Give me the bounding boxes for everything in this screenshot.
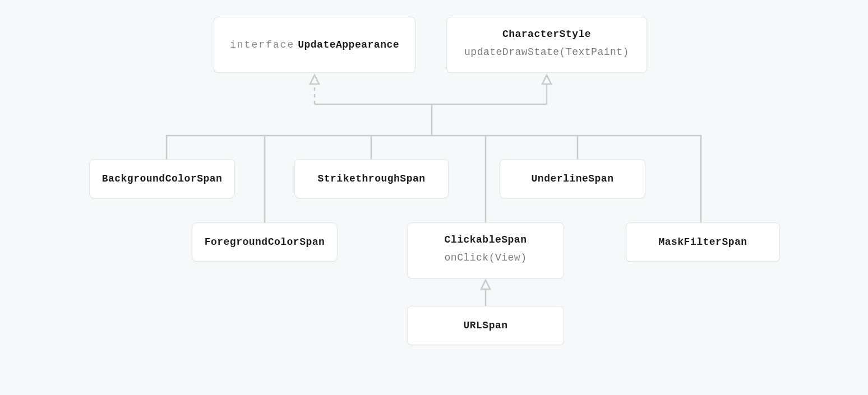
class-name: ClickableSpan bbox=[424, 234, 547, 245]
class-name: UnderlineSpan bbox=[532, 173, 614, 184]
node-background-color-span: BackgroundColorSpan bbox=[89, 159, 235, 198]
class-name: UpdateAppearance bbox=[298, 39, 399, 50]
node-update-appearance: interfaceUpdateAppearance bbox=[214, 17, 415, 73]
class-name: BackgroundColorSpan bbox=[102, 173, 223, 184]
node-underline-span: UnderlineSpan bbox=[500, 159, 645, 198]
node-clickable-span: ClickableSpan onClick(View) bbox=[407, 222, 564, 278]
node-strikethrough-span: StrikethroughSpan bbox=[294, 159, 449, 198]
class-name: MaskFilterSpan bbox=[658, 236, 747, 248]
class-name: CharacterStyle bbox=[464, 29, 630, 40]
node-character-style: CharacterStyle updateDrawState(TextPaint… bbox=[446, 17, 647, 73]
method-signature: onClick(View) bbox=[424, 252, 547, 263]
keyword-interface: interface bbox=[230, 39, 294, 50]
node-url-span: URLSpan bbox=[407, 306, 564, 345]
class-name: URLSpan bbox=[463, 320, 507, 331]
class-name: StrikethroughSpan bbox=[317, 173, 425, 184]
method-signature: updateDrawState(TextPaint) bbox=[464, 47, 630, 58]
node-mask-filter-span: MaskFilterSpan bbox=[626, 222, 780, 262]
node-title: interfaceUpdateAppearance bbox=[230, 39, 399, 50]
class-name: ForegroundColorSpan bbox=[205, 236, 325, 248]
node-foreground-color-span: ForegroundColorSpan bbox=[192, 222, 338, 262]
